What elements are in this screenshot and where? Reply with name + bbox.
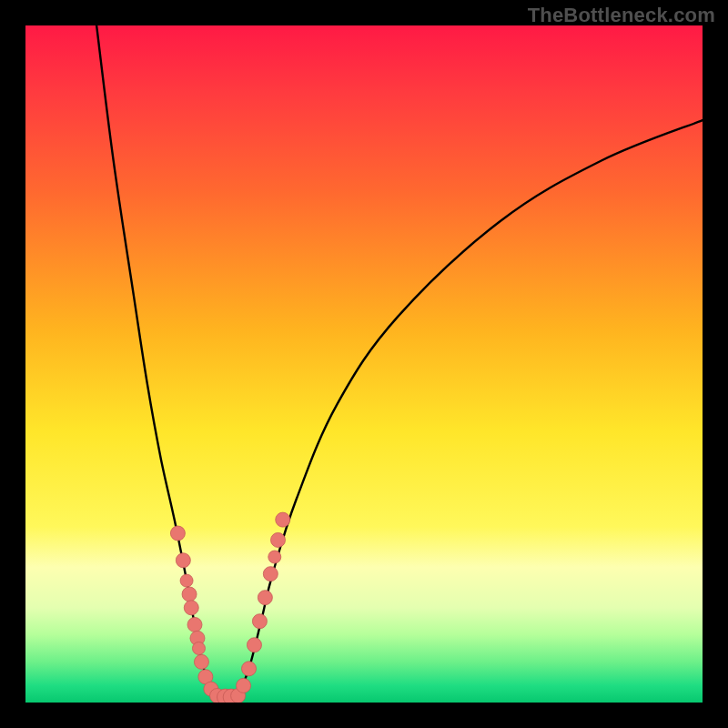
- scatter-dot: [194, 654, 208, 669]
- left-curve: [96, 25, 220, 698]
- scatter-dot: [182, 587, 197, 602]
- scatter-dot: [276, 512, 290, 527]
- scatter-dot: [184, 601, 198, 615]
- scatter-dot: [180, 574, 193, 587]
- curves-svg: [25, 25, 703, 703]
- scatter-dot: [242, 662, 257, 676]
- scatter-dot: [176, 553, 190, 568]
- scatter-dots: [170, 512, 289, 703]
- watermark-text: TheBottleneck.com: [528, 4, 715, 27]
- scatter-dot: [187, 617, 202, 632]
- scatter-dot: [247, 638, 261, 652]
- scatter-dot: [258, 591, 272, 605]
- scatter-dot: [192, 642, 205, 654]
- scatter-dot: [268, 551, 281, 563]
- right-curve: [237, 120, 703, 698]
- scatter-dot: [237, 678, 251, 693]
- scatter-dot: [170, 526, 185, 541]
- scatter-dot: [271, 532, 286, 547]
- plot-area: [25, 25, 703, 703]
- scatter-dot: [252, 614, 267, 629]
- scatter-dot: [263, 567, 278, 581]
